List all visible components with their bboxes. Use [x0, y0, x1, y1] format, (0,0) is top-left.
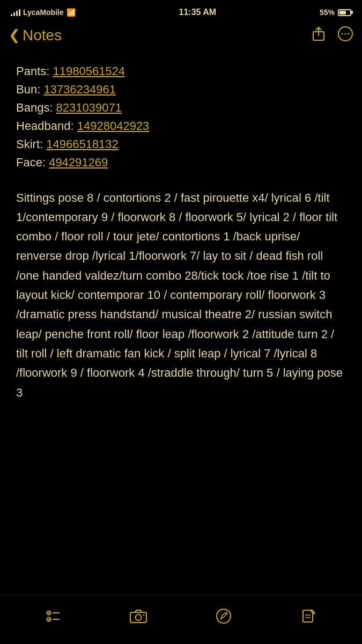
- list-item: Skirt: 14966518132: [16, 135, 346, 153]
- list-item: Bangs: 8231039071: [16, 99, 346, 117]
- nav-bar: ❮ Notes: [0, 21, 362, 52]
- carrier-label: LycaMobile: [23, 8, 64, 17]
- svg-line-14: [225, 613, 226, 614]
- svg-point-11: [136, 614, 142, 620]
- status-bar: LycaMobile 📶 11:35 AM 55%: [0, 0, 362, 21]
- camera-button[interactable]: [125, 604, 152, 628]
- item-value-bun[interactable]: 13736234961: [43, 83, 116, 96]
- time-label: 11:35 AM: [179, 8, 217, 17]
- item-value-skirt[interactable]: 14966518132: [46, 137, 119, 151]
- edit-button[interactable]: [295, 604, 322, 628]
- item-label-pants: Pants:: [16, 64, 53, 78]
- item-value-pants[interactable]: 11980561524: [53, 64, 125, 78]
- svg-point-13: [217, 609, 231, 623]
- list-item: Headband: 14928042923: [16, 117, 346, 135]
- battery-icon: [338, 9, 351, 16]
- items-list: Pants: 11980561524 Bun: 13736234961 Bang…: [16, 62, 346, 172]
- svg-rect-10: [130, 612, 146, 623]
- svg-point-12: [143, 614, 145, 616]
- back-label: Notes: [23, 27, 62, 44]
- note-content: Pants: 11980561524 Bun: 13736234961 Bang…: [0, 52, 362, 419]
- status-left: LycaMobile 📶: [11, 8, 76, 17]
- svg-point-4: [345, 33, 346, 35]
- item-label-bun: Bun:: [16, 83, 43, 96]
- back-button[interactable]: ❮ Notes: [9, 27, 62, 44]
- bottom-toolbar: [0, 595, 362, 644]
- svg-point-3: [342, 33, 343, 35]
- item-value-face[interactable]: 494291269: [49, 156, 108, 169]
- item-value-bangs[interactable]: 8231039071: [56, 101, 122, 114]
- wifi-icon: 📶: [67, 8, 76, 17]
- battery-percent: 55%: [320, 8, 335, 17]
- item-label-face: Face:: [16, 156, 49, 169]
- chevron-left-icon: ❮: [9, 27, 20, 43]
- more-button[interactable]: [337, 26, 353, 45]
- item-label-skirt: Skirt:: [16, 137, 46, 151]
- share-button[interactable]: [312, 26, 326, 45]
- list-item: Pants: 11980561524: [16, 62, 346, 80]
- description-text: Sittings pose 8 / contortions 2 / fast p…: [16, 188, 346, 402]
- list-item: Bun: 13736234961: [16, 80, 346, 99]
- signal-icon: [11, 9, 20, 16]
- item-label-bangs: Bangs:: [16, 101, 56, 114]
- checklist-button[interactable]: [40, 604, 67, 628]
- pen-button[interactable]: [210, 604, 237, 628]
- svg-point-5: [348, 33, 350, 35]
- nav-actions: [312, 26, 353, 45]
- status-right: 55%: [320, 8, 351, 17]
- item-value-headband[interactable]: 14928042923: [77, 119, 150, 133]
- list-item: Face: 494291269: [16, 153, 346, 172]
- item-label-headband: Headband:: [16, 119, 77, 133]
